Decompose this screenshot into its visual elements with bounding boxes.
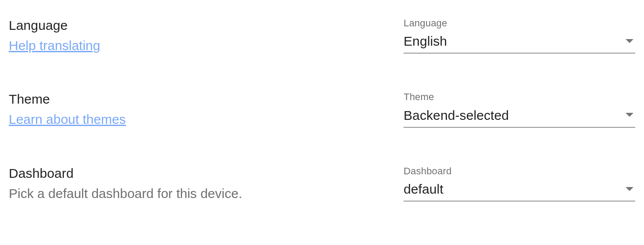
dashboard-description: Pick a default dashboard for this device…	[9, 186, 386, 202]
row-theme-right: Theme Backend-selected	[404, 91, 635, 127]
row-dashboard-right: Dashboard default	[404, 166, 635, 202]
settings-container: Language Help translating Language Engli…	[0, 0, 644, 202]
help-translating-link[interactable]: Help translating	[9, 38, 100, 54]
language-select[interactable]: Language English	[404, 18, 635, 54]
caret-down-icon	[626, 39, 633, 43]
row-dashboard-left: Dashboard Pick a default dashboard for t…	[9, 166, 404, 202]
dashboard-select-value-row[interactable]: default	[404, 181, 635, 197]
theme-select-value: Backend-selected	[404, 108, 509, 123]
row-theme-left: Theme Learn about themes	[9, 91, 404, 127]
theme-select-label: Theme	[404, 91, 635, 103]
row-theme: Theme Learn about themes Theme Backend-s…	[9, 91, 635, 127]
theme-select-value-row[interactable]: Backend-selected	[404, 108, 635, 123]
learn-about-themes-link[interactable]: Learn about themes	[9, 112, 126, 127]
dashboard-title: Dashboard	[9, 166, 386, 181]
dashboard-select-label: Dashboard	[404, 166, 635, 177]
caret-down-icon	[626, 113, 633, 117]
row-dashboard: Dashboard Pick a default dashboard for t…	[9, 166, 635, 202]
theme-select[interactable]: Theme Backend-selected	[404, 91, 635, 127]
language-select-label: Language	[404, 18, 635, 29]
dashboard-select-value: default	[404, 181, 444, 197]
language-select-value: English	[404, 33, 447, 49]
row-language-left: Language Help translating	[9, 18, 404, 54]
row-language-right: Language English	[404, 18, 635, 54]
language-select-value-row[interactable]: English	[404, 33, 635, 49]
row-language: Language Help translating Language Engli…	[9, 18, 635, 54]
theme-title: Theme	[9, 91, 386, 107]
language-title: Language	[9, 18, 386, 33]
dashboard-select[interactable]: Dashboard default	[404, 166, 635, 202]
caret-down-icon	[626, 187, 633, 191]
